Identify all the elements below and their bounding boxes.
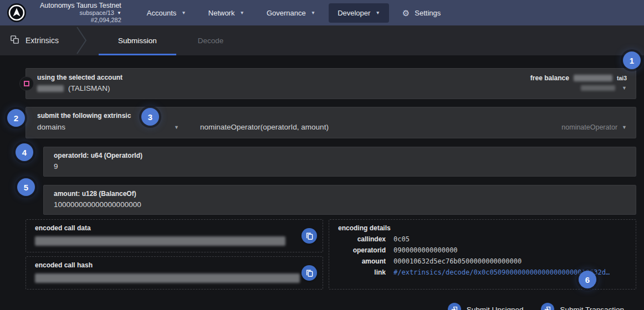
main-menu: Accounts ▼ Network ▼ Governance ▼ Develo…	[138, 3, 449, 23]
menu-settings[interactable]: ⚙ Settings	[393, 3, 449, 23]
extrinsic-card-label: submit the following extrinsic	[37, 112, 626, 120]
action-bar: Submit Unsigned Submit Transaction	[25, 303, 636, 310]
submit-transaction-label: Submit Transaction	[560, 306, 624, 310]
sign-in-icon	[448, 303, 461, 310]
menu-governance-label: Governance	[267, 9, 306, 17]
menu-network-label: Network	[208, 9, 235, 17]
redacted-call-data	[35, 236, 285, 246]
submit-unsigned-label: Submit Unsigned	[467, 306, 524, 310]
menu-accounts-label: Accounts	[147, 9, 176, 17]
chain-selector[interactable]: subspace/13 ▼	[80, 9, 121, 17]
tab-decode[interactable]: Decode	[177, 25, 244, 55]
annotation-badge-2: 2	[7, 109, 25, 127]
account-source: (TALISMAN)	[68, 84, 110, 92]
encoded-call-data-label: encoded call data	[35, 224, 315, 232]
encoded-call-data-box: encoded call data	[25, 219, 323, 252]
top-navbar: Autonomys Taurus Testnet subspace/13 ▼ #…	[0, 0, 644, 25]
account-avatar[interactable]	[19, 76, 34, 91]
chevron-down-icon: ▼	[181, 10, 186, 16]
encoded-call-hash-box: encoded call hash	[25, 256, 323, 290]
menu-governance[interactable]: Governance ▼	[258, 3, 324, 23]
chevron-down-icon: ▼	[117, 9, 121, 17]
method-signature: nominateOperator(operatorId, amount)	[200, 123, 329, 131]
param-card-operatorid: operatorId: u64 (OperatorId) 9	[43, 147, 636, 177]
annotation-badge-5: 5	[17, 178, 35, 196]
section-title: Extrinsics	[25, 36, 59, 45]
param-operatorid-input[interactable]: 9	[54, 162, 626, 170]
menu-developer[interactable]: Developer ▼	[329, 3, 389, 23]
submit-unsigned-button[interactable]: Submit Unsigned	[448, 303, 524, 310]
account-dropdown-chevron-icon[interactable]: ▼	[622, 85, 627, 91]
param-card-amount: amount: u128 (BalanceOf) 100000000000000…	[43, 185, 636, 215]
balance-secondary-row: ▼	[530, 85, 627, 91]
annotation-badge-1: 1	[623, 51, 641, 69]
annotation-badge-6: 6	[579, 271, 596, 288]
param-operatorid-label: operatorId: u64 (OperatorId)	[54, 152, 626, 159]
param-amount-input[interactable]: 100000000000000000000	[54, 200, 626, 209]
detail-row-amount: amount 000010632d5ec76b0500000000000000	[338, 257, 627, 265]
detail-callindex-value: 0c05	[393, 235, 410, 243]
tabs: Submission Decode	[98, 25, 244, 55]
menu-accounts[interactable]: Accounts ▼	[138, 3, 195, 23]
encoded-call-hash-label: encoded call hash	[35, 261, 315, 269]
annotation-badge-3: 3	[141, 108, 159, 126]
extrinsic-row: domains ▼ nominateOperator(operatorId, a…	[37, 123, 626, 131]
free-balance-row: free balance tai3	[530, 74, 627, 82]
balance-block: free balance tai3 ▼	[530, 74, 627, 91]
detail-row-operatorid: operatorid 0900000000000000	[338, 246, 627, 254]
menu-settings-label: Settings	[415, 9, 441, 17]
param-amount-label: amount: u128 (BalanceOf)	[54, 190, 626, 198]
account-card: using the selected account (TALISMAN) fr…	[25, 68, 636, 99]
detail-operatorid-label: operatorid	[338, 246, 386, 254]
extrinsic-card: submit the following extrinsic domains ▼…	[25, 107, 636, 138]
copy-icon	[305, 269, 314, 277]
copy-call-data-button[interactable]	[301, 228, 317, 244]
encoding-details-title: encoding details	[338, 224, 627, 232]
menu-network[interactable]: Network ▼	[200, 3, 253, 23]
network-title: Autonomys Taurus Testnet	[40, 2, 121, 9]
annotation-badge-4: 4	[16, 143, 33, 161]
gear-icon: ⚙	[402, 9, 410, 17]
brand-text: Autonomys Taurus Testnet subspace/13 ▼ #…	[40, 2, 121, 24]
pallet-select[interactable]: domains ▼	[37, 123, 179, 131]
extrinsics-submission-page: using the selected account (TALISMAN) fr…	[0, 55, 644, 310]
chevron-down-icon: ▼	[174, 125, 179, 130]
detail-link-label: link	[338, 268, 386, 276]
balance-unit: tai3	[617, 75, 627, 81]
chevron-down-icon: ▼	[375, 10, 380, 16]
menu-developer-label: Developer	[338, 9, 370, 17]
breadcrumb-chevron-icon	[75, 25, 89, 55]
chevron-down-icon: ▼	[311, 10, 315, 16]
encoded-section: encoded call data encoded call hash	[25, 219, 636, 290]
tab-submission[interactable]: Submission	[98, 25, 177, 55]
detail-operatorid-value: 0900000000000000	[393, 246, 458, 254]
encoded-column: encoded call data encoded call hash	[25, 219, 323, 290]
method-select[interactable]: nominateOperator ▼	[561, 123, 627, 131]
tab-bar: Extrinsics Submission Decode	[0, 25, 644, 55]
section-extrinsics: Extrinsics	[0, 25, 78, 55]
method-selected: nominateOperator	[561, 123, 617, 131]
chain-label: subspace/13	[80, 9, 114, 17]
chevron-down-icon: ▼	[622, 125, 627, 130]
free-balance-label: free balance	[530, 74, 569, 82]
app-window: Autonomys Taurus Testnet subspace/13 ▼ #…	[0, 0, 644, 310]
brand[interactable]: Autonomys Taurus Testnet subspace/13 ▼ #…	[7, 2, 121, 24]
best-block-number: #2,094,282	[91, 17, 121, 24]
detail-callindex-label: callindex	[338, 235, 386, 243]
detail-amount-value: 000010632d5ec76b0500000000000000	[393, 257, 522, 265]
copy-icon	[305, 232, 314, 240]
redacted-call-hash	[35, 273, 300, 283]
detail-row-callindex: callindex 0c05	[338, 235, 627, 243]
redacted-account-name	[37, 85, 64, 92]
detail-amount-label: amount	[338, 257, 386, 265]
chevron-down-icon: ▼	[239, 10, 244, 16]
sign-in-icon	[541, 303, 554, 310]
redacted-balance-secondary	[581, 85, 615, 91]
redacted-balance-value	[574, 75, 612, 81]
pallet-selected: domains	[37, 123, 65, 131]
decode-link[interactable]: #/extrinsics/decode/0x0c0509000000000000…	[393, 268, 610, 276]
extrinsics-icon	[10, 35, 19, 46]
submit-transaction-button[interactable]: Submit Transaction	[541, 303, 624, 310]
autonomys-logo-icon	[7, 3, 27, 23]
copy-call-hash-button[interactable]	[301, 265, 317, 281]
